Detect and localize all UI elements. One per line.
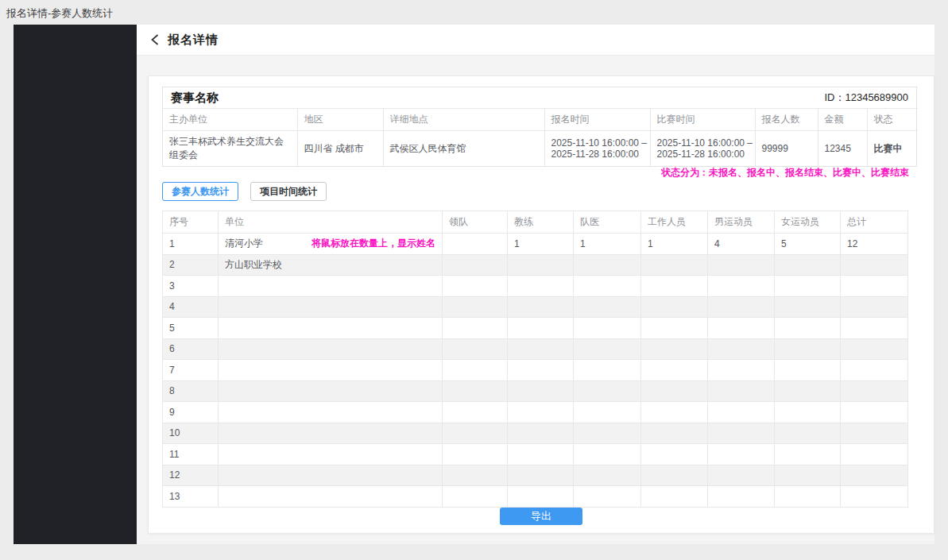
event-name-title: 赛事名称 (171, 91, 219, 106)
stats-column-header: 单位 (219, 211, 443, 234)
stats-cell-unit (219, 360, 443, 381)
organizer-cell: 张三丰杯武术养生交流大会组委会 (163, 131, 297, 167)
column-header: 状态 (867, 109, 918, 131)
stats-cell-staff (641, 296, 708, 318)
back-button[interactable] (150, 34, 160, 45)
stats-cell-male (708, 380, 775, 402)
stats-cell-total (841, 254, 908, 276)
stats-cell-unit (219, 486, 443, 508)
stats-cell-total (841, 318, 908, 339)
stats-cell-coach (508, 338, 574, 360)
stats-cell-female (775, 318, 841, 339)
stats-cell-leader (443, 402, 508, 423)
stats-cell-doctor (574, 276, 641, 297)
stats-cell-male (708, 254, 775, 276)
stats-cell-male[interactable]: 4 (708, 234, 775, 255)
stats-cell-total (841, 296, 908, 318)
stats-cell-no: 9 (163, 402, 219, 423)
stats-cell-male (708, 465, 775, 486)
stats-cell-unit (219, 318, 443, 339)
table-row: 4 (163, 296, 908, 318)
column-header: 详细地点 (383, 109, 544, 131)
stats-cell-coach[interactable]: 1 (508, 234, 574, 255)
stats-cell-doctor (574, 318, 641, 339)
stats-cell-no: 12 (163, 465, 219, 486)
table-row: 12 (163, 465, 908, 486)
tab-event-schedule[interactable]: 项目时间统计 (250, 182, 327, 201)
content-area: 报名详情 赛事名称 ID：12345689900 (137, 25, 934, 544)
stats-cell-male (708, 486, 775, 508)
stats-cell-total (841, 486, 908, 508)
hover-hint-note: 将鼠标放在数量上，显示姓名 (311, 237, 435, 250)
stats-cell-no: 7 (163, 360, 219, 381)
column-header: 报名时间 (544, 109, 650, 131)
stats-cell-staff (641, 380, 708, 402)
stats-cell-staff (641, 338, 708, 360)
stats-cell-female (775, 338, 841, 360)
stats-cell-leader (443, 486, 508, 508)
stats-tabs: 参赛人数统计 项目时间统计 (162, 182, 934, 201)
stats-cell-female (775, 402, 841, 423)
stats-cell-doctor (574, 338, 641, 360)
stats-cell-leader (443, 338, 508, 360)
window-title: 报名详情-参赛人数统计 (6, 6, 113, 21)
export-button[interactable]: 导出 (500, 508, 582, 525)
column-header: 比赛时间 (650, 109, 755, 131)
stats-cell-staff (641, 254, 708, 276)
stats-cell-leader (443, 444, 508, 465)
table-row: 2方山职业学校 (163, 254, 908, 276)
stats-column-header: 领队 (443, 211, 508, 234)
table-row: 1清河小学将鼠标放在数量上，显示姓名1114512 (163, 234, 908, 255)
event-card: 赛事名称 ID：12345689900 主办单位 地区 详细地点 (162, 87, 917, 167)
stats-cell-male (708, 276, 775, 297)
sidebar (14, 25, 137, 544)
table-row: 11 (163, 444, 908, 465)
stats-cell-total (841, 465, 908, 486)
stats-cell-no: 1 (163, 234, 219, 255)
stats-cell-coach (508, 380, 574, 402)
unit-name: 清河小学 (225, 237, 263, 250)
stats-cell-female (775, 380, 841, 402)
stats-cell-total (841, 380, 908, 402)
stats-cell-staff[interactable]: 1 (641, 234, 708, 255)
status-legend-note: 状态分为：未报名、报名中、报名结束、比赛中、比赛结束 (162, 168, 917, 178)
stats-cell-unit (219, 465, 443, 486)
stats-cell-male (708, 423, 775, 444)
tab-participant-count[interactable]: 参赛人数统计 (162, 182, 238, 201)
stats-cell-total (841, 402, 908, 423)
main-panel: 赛事名称 ID：12345689900 主办单位 地区 详细地点 (148, 75, 934, 534)
match-time-start: 2025-11-10 16:00:00 – (657, 137, 749, 149)
table-row: 7 (163, 360, 908, 381)
stats-cell-male (708, 444, 775, 465)
app-frame: 报名详情 赛事名称 ID：12345689900 (14, 25, 934, 544)
stats-cell-total (841, 423, 908, 444)
stats-column-header: 总计 (841, 211, 908, 234)
stats-cell-female (775, 423, 841, 444)
stats-cell-staff (641, 276, 708, 297)
stats-cell-coach (508, 465, 574, 486)
stats-cell-male (708, 360, 775, 381)
stats-cell-leader (443, 423, 508, 444)
stats-cell-staff (641, 423, 708, 444)
stats-cell-doctor (574, 423, 641, 444)
stats-cell-female (775, 254, 841, 276)
stats-cell-doctor (574, 360, 641, 381)
stats-cell-female[interactable]: 5 (775, 234, 841, 255)
stats-cell-doctor (574, 402, 641, 423)
stats-cell-leader (443, 380, 508, 402)
stats-cell-doctor[interactable]: 1 (574, 234, 641, 255)
stats-cell-total (841, 360, 908, 381)
stats-column-header: 序号 (163, 211, 219, 234)
stats-cell-coach (508, 318, 574, 339)
stats-cell-coach (508, 276, 574, 297)
column-header: 金额 (818, 109, 867, 131)
stats-cell-unit (219, 296, 443, 318)
stats-cell-female (775, 296, 841, 318)
stats-cell-coach (508, 486, 574, 508)
stats-cell-total[interactable]: 12 (841, 234, 908, 255)
stats-cell-staff (641, 465, 708, 486)
stats-cell-total (841, 276, 908, 297)
stats-cell-no: 8 (163, 380, 219, 402)
signup-time-start: 2025-11-10 16:00:00 – (551, 137, 644, 149)
participant-stats-table: 序号单位领队教练队医工作人员男运动员女运动员总计 1清河小学将鼠标放在数量上，显… (162, 210, 908, 508)
